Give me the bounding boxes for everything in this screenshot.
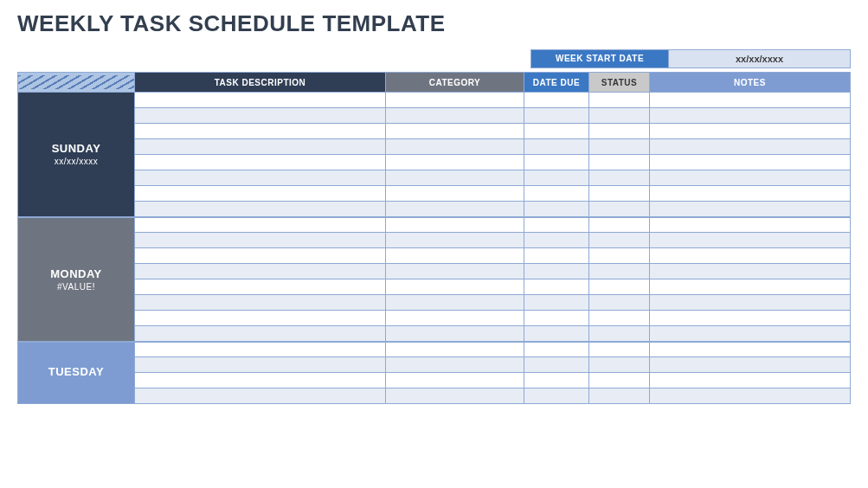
status-cell[interactable] xyxy=(589,217,650,233)
notes-cell[interactable] xyxy=(650,357,851,373)
status-cell[interactable] xyxy=(589,170,650,186)
category-cell[interactable] xyxy=(386,217,524,233)
status-cell[interactable] xyxy=(589,93,650,108)
date-due-cell[interactable] xyxy=(524,155,589,170)
task-cell[interactable] xyxy=(135,139,386,155)
date-due-cell[interactable] xyxy=(524,311,589,326)
task-cell[interactable] xyxy=(135,202,386,217)
date-due-cell[interactable] xyxy=(524,357,589,373)
task-cell[interactable] xyxy=(135,248,386,264)
task-cell[interactable] xyxy=(135,155,386,170)
task-cell[interactable] xyxy=(135,233,386,248)
date-due-cell[interactable] xyxy=(524,93,589,108)
task-cell[interactable] xyxy=(135,342,386,357)
status-cell[interactable] xyxy=(589,326,650,342)
status-cell[interactable] xyxy=(589,388,650,404)
notes-cell[interactable] xyxy=(650,170,851,186)
category-cell[interactable] xyxy=(386,248,524,264)
week-start-value[interactable]: xx/xx/xxxx xyxy=(669,49,851,68)
category-cell[interactable] xyxy=(386,342,524,357)
date-due-cell[interactable] xyxy=(524,373,589,388)
task-cell[interactable] xyxy=(135,217,386,233)
status-cell[interactable] xyxy=(589,124,650,139)
notes-cell[interactable] xyxy=(650,373,851,388)
task-cell[interactable] xyxy=(135,357,386,373)
task-cell[interactable] xyxy=(135,373,386,388)
notes-cell[interactable] xyxy=(650,295,851,311)
date-due-cell[interactable] xyxy=(524,264,589,279)
category-cell[interactable] xyxy=(386,139,524,155)
status-cell[interactable] xyxy=(589,139,650,155)
category-cell[interactable] xyxy=(386,326,524,342)
status-cell[interactable] xyxy=(589,342,650,357)
task-cell[interactable] xyxy=(135,170,386,186)
notes-cell[interactable] xyxy=(650,108,851,124)
category-cell[interactable] xyxy=(386,311,524,326)
notes-cell[interactable] xyxy=(650,93,851,108)
category-cell[interactable] xyxy=(386,93,524,108)
category-cell[interactable] xyxy=(386,124,524,139)
task-cell[interactable] xyxy=(135,388,386,404)
task-cell[interactable] xyxy=(135,93,386,108)
task-cell[interactable] xyxy=(135,124,386,139)
category-cell[interactable] xyxy=(386,186,524,202)
status-cell[interactable] xyxy=(589,295,650,311)
status-cell[interactable] xyxy=(589,108,650,124)
date-due-cell[interactable] xyxy=(524,108,589,124)
date-due-cell[interactable] xyxy=(524,342,589,357)
notes-cell[interactable] xyxy=(650,264,851,279)
date-due-cell[interactable] xyxy=(524,186,589,202)
category-cell[interactable] xyxy=(386,357,524,373)
status-cell[interactable] xyxy=(589,186,650,202)
status-cell[interactable] xyxy=(589,155,650,170)
status-cell[interactable] xyxy=(589,264,650,279)
date-due-cell[interactable] xyxy=(524,202,589,217)
category-cell[interactable] xyxy=(386,170,524,186)
notes-cell[interactable] xyxy=(650,233,851,248)
category-cell[interactable] xyxy=(386,279,524,295)
notes-cell[interactable] xyxy=(650,279,851,295)
notes-cell[interactable] xyxy=(650,155,851,170)
task-cell[interactable] xyxy=(135,264,386,279)
status-cell[interactable] xyxy=(589,248,650,264)
notes-cell[interactable] xyxy=(650,311,851,326)
category-cell[interactable] xyxy=(386,373,524,388)
notes-cell[interactable] xyxy=(650,124,851,139)
status-cell[interactable] xyxy=(589,357,650,373)
notes-cell[interactable] xyxy=(650,217,851,233)
date-due-cell[interactable] xyxy=(524,388,589,404)
task-cell[interactable] xyxy=(135,279,386,295)
date-due-cell[interactable] xyxy=(524,217,589,233)
date-due-cell[interactable] xyxy=(524,326,589,342)
date-due-cell[interactable] xyxy=(524,124,589,139)
notes-cell[interactable] xyxy=(650,139,851,155)
task-cell[interactable] xyxy=(135,311,386,326)
notes-cell[interactable] xyxy=(650,186,851,202)
task-cell[interactable] xyxy=(135,295,386,311)
date-due-cell[interactable] xyxy=(524,295,589,311)
status-cell[interactable] xyxy=(589,202,650,217)
status-cell[interactable] xyxy=(589,279,650,295)
notes-cell[interactable] xyxy=(650,326,851,342)
task-cell[interactable] xyxy=(135,186,386,202)
notes-cell[interactable] xyxy=(650,342,851,357)
category-cell[interactable] xyxy=(386,202,524,217)
date-due-cell[interactable] xyxy=(524,139,589,155)
notes-cell[interactable] xyxy=(650,248,851,264)
category-cell[interactable] xyxy=(386,108,524,124)
date-due-cell[interactable] xyxy=(524,170,589,186)
notes-cell[interactable] xyxy=(650,202,851,217)
category-cell[interactable] xyxy=(386,388,524,404)
date-due-cell[interactable] xyxy=(524,248,589,264)
status-cell[interactable] xyxy=(589,311,650,326)
task-cell[interactable] xyxy=(135,108,386,124)
status-cell[interactable] xyxy=(589,373,650,388)
task-cell[interactable] xyxy=(135,326,386,342)
date-due-cell[interactable] xyxy=(524,279,589,295)
category-cell[interactable] xyxy=(386,295,524,311)
notes-cell[interactable] xyxy=(650,388,851,404)
category-cell[interactable] xyxy=(386,264,524,279)
category-cell[interactable] xyxy=(386,155,524,170)
category-cell[interactable] xyxy=(386,233,524,248)
status-cell[interactable] xyxy=(589,233,650,248)
